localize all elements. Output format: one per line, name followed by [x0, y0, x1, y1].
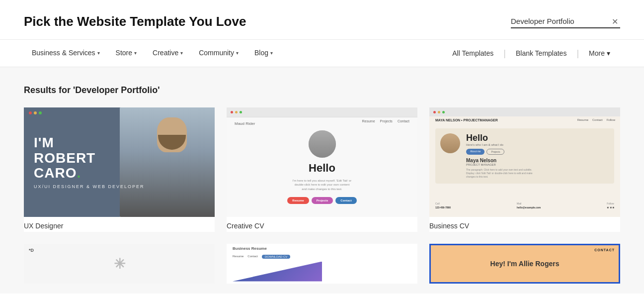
template-card-resume[interactable]: Business Resume Resume Contact DOWNLOAD … — [227, 244, 417, 284]
cv-buttons: Resume Projects Contact — [287, 197, 356, 204]
search-input[interactable] — [511, 15, 620, 28]
template-card-allie[interactable]: CONTACT Hey! I'm Allie Rogers — [429, 244, 620, 284]
bcv-tagline: Here's who I am & what I do — [466, 143, 536, 146]
chevron-down-icon: ▾ — [134, 50, 137, 56]
browser-dots — [29, 111, 42, 114]
nav-label-all-templates: All Templates — [452, 49, 493, 57]
ux-name-line1: I'M — [34, 135, 145, 151]
template-thumb-creative-cv: Resume Projects Contact Maud Rider Hello… — [227, 107, 417, 217]
bcv-footer-label-mail: Mail — [517, 202, 541, 205]
cv-person-body — [309, 130, 336, 158]
resume-download-btn: DOWNLOAD CV — [262, 255, 290, 259]
bcv-text: Hello Here's who I am & what I do About … — [466, 133, 536, 179]
template-name-creative-cv: Creative CV — [227, 217, 417, 232]
resume-label: Business Resume — [233, 246, 267, 251]
bcv-btns: About me Projects — [466, 149, 536, 155]
nav-label-community: Community — [199, 49, 234, 57]
resume-inner: Business Resume Resume Contact DOWNLOAD … — [227, 244, 417, 284]
bcv-person-name: Maya Nelson — [466, 158, 536, 163]
cv-nav-links: Resume Projects Contact — [362, 119, 410, 123]
cv-content: Hello I'm here to tell you about myself.… — [287, 130, 356, 204]
bcv-footer-val-call: 123-456-7890 — [435, 206, 451, 209]
search-wrapper: ✕ — [511, 15, 620, 28]
cv-hello: Hello — [309, 162, 335, 175]
bcv-footer-col-1: Call 123-456-7890 — [435, 202, 451, 209]
template-thumb-allie: CONTACT Hey! I'm Allie Rogers — [429, 244, 620, 284]
chevron-down-icon: ▾ — [607, 49, 610, 57]
cv-nav-contact: Contact — [398, 119, 409, 123]
allie-text: Hey! I'm Allie Rogers — [490, 260, 560, 268]
bcv-card: Hello Here's who I am & what I do About … — [435, 128, 614, 184]
nav-item-store[interactable]: Store ▾ — [108, 40, 145, 67]
template-thumb-resume: Business Resume Resume Contact DOWNLOAD … — [227, 244, 417, 284]
nav-label-store: Store — [116, 49, 132, 57]
resume-nav-contact: Contact — [247, 255, 258, 259]
nav-right: All Templates | Blank Templates | More ▾ — [442, 40, 620, 66]
ux-name-line2: ROBERT — [34, 151, 145, 166]
nav-bar: Business & Services ▾ Store ▾ Creative ▾… — [0, 40, 644, 67]
nav-item-business-services[interactable]: Business & Services ▾ — [24, 40, 108, 67]
chevron-down-icon: ▾ — [236, 50, 239, 56]
bcv-nav: Resume Contact Follow — [577, 118, 615, 121]
ux-name-line3: CARO. — [34, 166, 145, 181]
template-name-ux-designer: UX Designer — [24, 217, 215, 232]
cv-btn-contact: Contact — [335, 197, 356, 204]
bcv-nav-follow: Follow — [607, 118, 615, 121]
nav-left: Business & Services ▾ Store ▾ Creative ▾… — [24, 40, 442, 67]
bcv-name-block: Maya Nelson PROJECT MANAGER — [466, 158, 536, 166]
bcv-person-title: PROJECT MANAGER — [466, 163, 536, 166]
ux-subtitle: UX/UI DESIGNER & WEB DEVELOPER — [34, 184, 145, 189]
d-label: *D — [29, 248, 34, 253]
template-thumb-business-cv: MAYA NELSON • PROJECTMANAGER Resume Cont… — [429, 107, 620, 217]
bcv-desc-text: The paragraph: Click here to add your ow… — [466, 168, 536, 179]
bcv-footer-label-call: Call — [435, 202, 451, 205]
template-card-ux-designer[interactable]: I'M ROBERT CARO. UX/UI DESIGNER & WEB DE… — [24, 107, 215, 232]
bcv-footer-label-follow: Follow — [607, 202, 614, 205]
bcv-footer-col-2: Mail hello@example.com — [517, 202, 541, 209]
bcv-avatar — [440, 133, 460, 153]
page-title: Pick the Website Template You Love — [24, 14, 246, 29]
cv-inner-name: Maud Rider — [235, 121, 255, 126]
bcv-btn-about: About me — [466, 149, 484, 155]
search-clear-button[interactable]: ✕ — [610, 17, 620, 27]
template-thumb-d: *D ✳ — [24, 244, 215, 284]
nav-label-creative: Creative — [153, 49, 178, 57]
nav-label-business-services: Business & Services — [32, 49, 95, 57]
allie-contact-label: CONTACT — [594, 248, 615, 252]
nav-item-creative[interactable]: Creative ▾ — [145, 40, 191, 67]
nav-label-blog: Blog — [254, 49, 268, 57]
bcv-footer-val-follow: ★ ★ ★ — [607, 206, 614, 209]
nav-label-more: More — [589, 49, 605, 57]
bcv-nav-resume: Resume — [577, 118, 588, 121]
nav-label-blank-templates: Blank Templates — [516, 49, 566, 57]
template-card-creative-cv[interactable]: Resume Projects Contact Maud Rider Hello… — [227, 107, 417, 232]
bcv-hello: Hello — [466, 133, 536, 142]
nav-more[interactable]: More ▾ — [579, 40, 620, 66]
cv-nav-projects: Projects — [380, 119, 393, 123]
cv-avatar — [309, 130, 336, 158]
template-thumb-ux-designer: I'M ROBERT CARO. UX/UI DESIGNER & WEB DE… — [24, 107, 215, 217]
chevron-down-icon: ▾ — [270, 50, 273, 56]
cv-nav-resume: Resume — [362, 119, 375, 123]
bcv-footer: Call 123-456-7890 Mail hello@example.com… — [435, 202, 614, 209]
cv-desc: I'm here to tell you about myself. 'Edit… — [292, 179, 352, 191]
template-card-business-cv[interactable]: MAYA NELSON • PROJECTMANAGER Resume Cont… — [429, 107, 620, 232]
content-area: Results for 'Developer Portfolio' I'M RO… — [0, 67, 644, 294]
nav-item-blog[interactable]: Blog ▾ — [246, 40, 281, 67]
resume-nav-item: Resume — [233, 255, 243, 259]
bcv-header-name: MAYA NELSON • PROJECTMANAGER — [435, 118, 498, 122]
template-card-d[interactable]: *D ✳ — [24, 244, 215, 284]
nav-blank-templates[interactable]: Blank Templates — [506, 40, 576, 66]
bcv-browser-bar — [429, 107, 620, 116]
templates-grid: I'M ROBERT CARO. UX/UI DESIGNER & WEB DE… — [24, 107, 620, 284]
resume-graphic — [233, 262, 322, 282]
cv-btn-projects: Projects — [312, 197, 333, 204]
d-star: ✳ — [114, 256, 125, 272]
nav-all-templates[interactable]: All Templates — [442, 40, 503, 66]
nav-item-community[interactable]: Community ▾ — [191, 40, 246, 67]
resume-nav: Resume Contact DOWNLOAD CV — [233, 255, 290, 259]
cv-btn-resume: Resume — [287, 197, 309, 204]
bcv-btn-projects: Projects — [486, 149, 504, 155]
cv-browser-bar — [227, 107, 417, 117]
chevron-down-icon: ▾ — [180, 50, 183, 56]
